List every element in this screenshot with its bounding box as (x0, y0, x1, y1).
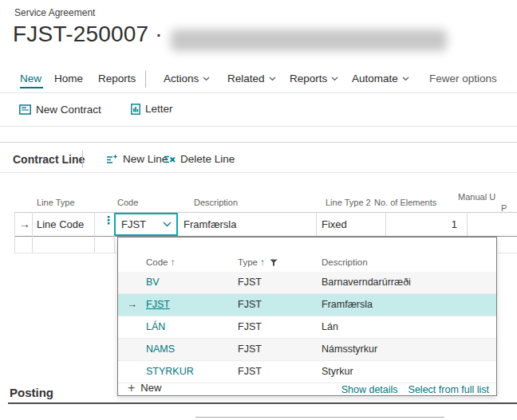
lookup-type: FJST (238, 299, 262, 310)
delete-line-button[interactable]: Delete Line (164, 153, 235, 165)
grid-border (32, 212, 33, 253)
new-contract-button[interactable]: New Contract (19, 104, 101, 116)
lookup-row-fjst-selected[interactable]: → FJST FJST Framfærsla (118, 294, 496, 316)
chevron-down-icon (331, 77, 338, 81)
letter-label: Letter (145, 103, 173, 115)
cell-line-type[interactable]: Line Code (37, 218, 84, 230)
menu-reports-2[interactable]: Reports (290, 73, 338, 84)
lookup-code-link[interactable]: FJST (146, 299, 170, 310)
lookup-code-link[interactable]: LÁN (146, 321, 165, 332)
sort-asc-icon: ↑ (260, 257, 265, 267)
column-header-description[interactable]: Description (194, 198, 238, 207)
page-title: FJST-250007 · (13, 22, 163, 47)
lookup-row-bv[interactable]: BV FJST Barnaverndarúrræði (118, 272, 496, 294)
menu-automate[interactable]: Automate (352, 73, 409, 84)
combobox-chevron-down-icon[interactable] (163, 222, 172, 227)
lookup-header-type[interactable]: Type ↑ (238, 257, 278, 267)
code-combobox[interactable]: FJST (114, 213, 178, 236)
lookup-description: Framfærsla (322, 299, 373, 310)
contract-card-icon (19, 104, 31, 115)
menu-related[interactable]: Related (227, 73, 276, 84)
posting-section-title[interactable]: Posting (10, 386, 53, 399)
filter-funnel-icon (270, 259, 278, 266)
selected-row-arrow-icon: → (127, 298, 137, 310)
menu-actions[interactable]: Actions (164, 73, 210, 84)
grid-border (114, 236, 115, 253)
lookup-type: FJST (238, 343, 262, 355)
grid-border (467, 212, 468, 236)
lookup-row-lan[interactable]: LÁN FJST Lán (118, 316, 496, 339)
column-header-manual-line1[interactable]: Manual U (458, 192, 495, 202)
section-divider (0, 142, 517, 143)
divider (0, 126, 517, 127)
lookup-code-link[interactable]: NAMS (146, 343, 175, 355)
tab-home[interactable]: Home (54, 73, 83, 84)
lookup-description: Námsstyrkur (322, 343, 377, 355)
delete-line-label: Delete Line (180, 153, 235, 165)
lookup-type: FJST (238, 321, 262, 332)
active-tab-underline (20, 87, 43, 88)
column-header-no-of-elements[interactable]: No. of Elements (374, 198, 436, 207)
tab-reports[interactable]: Reports (98, 73, 136, 84)
cell-no-of-elements[interactable]: 1 (415, 218, 457, 230)
grid-border (14, 212, 15, 253)
posting-field-border (195, 417, 444, 418)
lookup-new-label: New (140, 382, 161, 394)
grid-border (316, 212, 317, 236)
cell-description[interactable]: Framfærsla (184, 218, 236, 230)
lookup-description: Lán (322, 321, 338, 332)
cell-line-type-2[interactable]: Fixed (322, 218, 347, 230)
chevron-down-icon (269, 77, 276, 81)
active-row-arrow-icon: → (19, 218, 30, 230)
lookup-description: Styrkur (322, 366, 353, 377)
tab-new[interactable]: New (20, 73, 41, 84)
menu-fewer-options[interactable]: Fewer options (429, 73, 497, 84)
column-header-line-type-2[interactable]: Line Type 2 (326, 198, 371, 207)
delete-line-icon (164, 154, 176, 165)
chevron-down-icon (402, 77, 409, 81)
column-header-line-type[interactable]: Line Type (37, 198, 75, 207)
new-line-label: New Line (123, 153, 168, 165)
chevron-down-icon (203, 77, 210, 81)
grid-border (385, 212, 386, 236)
menu-divider (145, 71, 146, 88)
show-details-link[interactable]: Show details (341, 384, 398, 395)
grid-border (14, 212, 517, 213)
letter-report-icon (131, 104, 140, 115)
lookup-description: Barnaverndarúrræði (322, 277, 411, 288)
row-ellipsis-icon[interactable]: ⋮ (103, 218, 114, 222)
lookup-header-description[interactable]: Description (322, 257, 368, 267)
service-agreement-page: Service Agreement FJST-250007 · New Home… (0, 0, 517, 420)
divider (0, 92, 517, 93)
letter-button[interactable]: Letter (131, 103, 173, 115)
lookup-header-code[interactable]: Code ↑ (146, 257, 175, 267)
posting-section-rule (8, 402, 517, 404)
lookup-row-nams[interactable]: NAMS FJST Námsstyrkur (118, 339, 496, 361)
grid-border (94, 212, 95, 253)
column-header-code[interactable]: Code (117, 198, 138, 207)
plus-icon: + (128, 383, 135, 394)
sort-asc-icon: ↑ (171, 257, 176, 267)
new-line-icon (106, 154, 118, 165)
lookup-new-button[interactable]: + New (128, 382, 161, 394)
page-caption: Service Agreement (14, 7, 95, 18)
lookup-type: FJST (238, 277, 262, 288)
lookup-type: FJST (238, 366, 262, 377)
lookup-code-link[interactable]: STYRKUR (146, 366, 194, 377)
divider (0, 172, 517, 173)
new-contract-label: New Contract (36, 104, 101, 116)
lookup-code-link[interactable]: BV (146, 277, 160, 288)
redacted-title-blur (171, 29, 447, 51)
code-combobox-value: FJST (116, 218, 163, 230)
contract-line-title: Contract Line (13, 153, 85, 166)
code-lookup-dropdown: Code ↑ Type ↑ Description BV FJST Barnav… (117, 237, 497, 396)
group-divider (82, 151, 83, 168)
select-from-full-list-link[interactable]: Select from full list (408, 384, 489, 395)
new-line-button[interactable]: New Line (106, 153, 168, 165)
lookup-row-styrkur[interactable]: STYRKUR FJST Styrkur (118, 361, 496, 383)
